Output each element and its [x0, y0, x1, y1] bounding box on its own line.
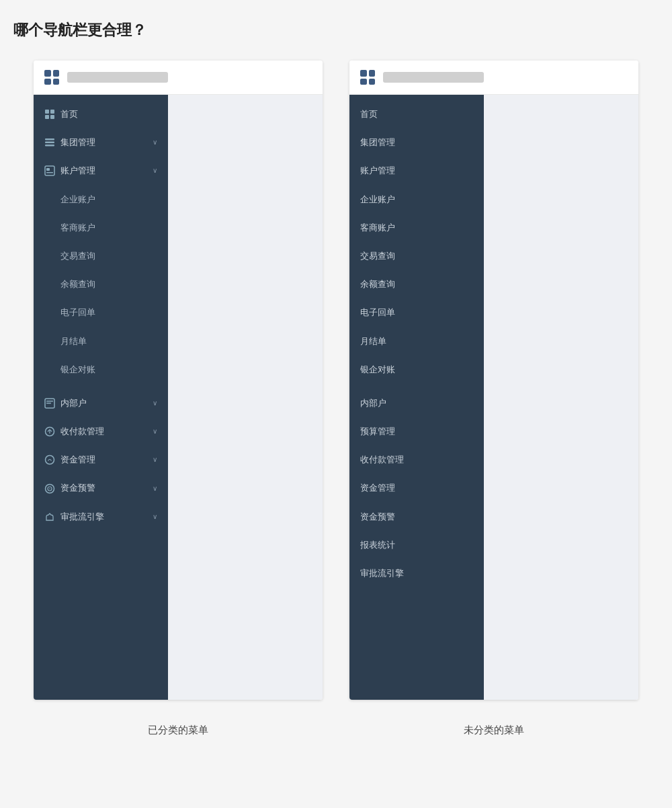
svg-rect-5 [45, 142, 54, 144]
right-payment-label: 收付款管理 [360, 454, 404, 466]
right-panel-body: 首页 集团管理 账户管理 企业账户 客商账户 交易查询 余额查询 [349, 95, 638, 700]
left-menu-client[interactable]: 客商账户 [34, 214, 168, 242]
right-menu-fund[interactable]: 资金管理 [349, 474, 484, 502]
right-menu-reconcile[interactable]: 银企对账 [349, 356, 484, 384]
right-menu-home[interactable]: 首页 [349, 100, 484, 128]
svg-rect-0 [45, 110, 49, 114]
left-header-bar [67, 72, 168, 83]
right-menu-client[interactable]: 客商账户 [349, 214, 484, 242]
left-menu-enterprise[interactable]: 企业账户 [34, 186, 168, 214]
right-main-content [484, 95, 638, 700]
account-icon [44, 165, 55, 176]
right-fund-label: 资金管理 [360, 482, 395, 494]
left-menu-alert[interactable]: 资金预警 ∨ [34, 474, 168, 502]
svg-rect-9 [46, 172, 53, 173]
right-group-label: 集团管理 [360, 136, 395, 149]
right-enterprise-label: 企业账户 [360, 194, 395, 206]
group-icon [44, 137, 55, 148]
left-panel-label-container: 已分类的菜单 [34, 713, 323, 737]
right-menu-payment[interactable]: 收付款管理 [349, 446, 484, 474]
left-menu-group[interactable]: 集团管理 ∨ [34, 128, 168, 157]
right-balance-label: 余额查询 [360, 278, 395, 290]
right-ereceipt-label: 电子回单 [360, 307, 395, 319]
right-menu-alert[interactable]: 资金预警 [349, 503, 484, 531]
right-monthly-label: 月结单 [360, 335, 386, 348]
approval-icon [44, 512, 55, 522]
fund-icon [44, 454, 55, 465]
monthly-label: 月结单 [60, 335, 87, 348]
right-menu-balance[interactable]: 余额查询 [349, 270, 484, 298]
right-header-bar [383, 72, 484, 83]
left-group-label: 集团管理 [60, 136, 95, 149]
left-home-label: 首页 [60, 108, 78, 120]
right-menu-approval[interactable]: 审批流引擎 [349, 559, 484, 588]
right-panel-header [349, 60, 638, 95]
right-divider1 [349, 384, 484, 389]
left-panel-header [34, 60, 323, 95]
left-account-label: 账户管理 [60, 165, 95, 177]
left-fund-label: 资金管理 [60, 454, 95, 466]
left-payment-label: 收付款管理 [60, 426, 104, 438]
left-main-content [168, 95, 323, 700]
left-menu-balance[interactable]: 余额查询 [34, 270, 168, 298]
right-report-label: 报表统计 [360, 539, 395, 551]
left-menu-ereceipt[interactable]: 电子回单 [34, 298, 168, 327]
right-menu-account[interactable]: 账户管理 [349, 157, 484, 185]
left-divider1 [34, 384, 168, 389]
left-menu-inner[interactable]: 内部户 ∨ [34, 389, 168, 417]
svg-rect-8 [46, 168, 50, 171]
right-transaction-label: 交易查询 [360, 250, 395, 262]
alert-chevron: ∨ [153, 484, 157, 493]
right-menu-inner[interactable]: 内部户 [349, 389, 484, 417]
left-menu-account[interactable]: 账户管理 ∨ [34, 157, 168, 185]
right-menu-budget[interactable]: 预算管理 [349, 417, 484, 446]
right-menu-report[interactable]: 报表统计 [349, 531, 484, 559]
fund-chevron: ∨ [153, 455, 157, 464]
right-client-label: 客商账户 [360, 222, 395, 234]
left-menu-home[interactable]: 首页 [34, 100, 168, 128]
right-reconcile-label: 银企对账 [360, 364, 395, 376]
left-alert-label: 资金预警 [60, 482, 95, 494]
left-menu-transaction[interactable]: 交易查询 [34, 242, 168, 270]
right-panel-label: 未分类的菜单 [349, 724, 638, 737]
left-logo-icon [44, 70, 59, 85]
account-chevron: ∨ [153, 166, 157, 175]
svg-rect-3 [50, 115, 54, 119]
left-sidebar: 首页 集团管理 ∨ [34, 95, 168, 700]
right-home-label: 首页 [360, 108, 378, 120]
right-menu-monthly[interactable]: 月结单 [349, 327, 484, 356]
svg-rect-12 [46, 403, 51, 404]
group-chevron: ∨ [153, 138, 157, 147]
inner-chevron: ∨ [153, 399, 157, 408]
balance-label: 余额查询 [60, 278, 95, 290]
right-menu-enterprise[interactable]: 企业账户 [349, 186, 484, 214]
left-menu-reconcile[interactable]: 银企对账 [34, 356, 168, 384]
reconcile-label: 银企对账 [60, 364, 95, 376]
svg-rect-1 [50, 110, 54, 114]
left-menu-payment[interactable]: 收付款管理 ∨ [34, 417, 168, 446]
page-title: 哪个导航栏更合理？ [13, 20, 659, 40]
inner-icon [44, 398, 55, 409]
approval-chevron: ∨ [153, 512, 157, 522]
payment-chevron: ∨ [153, 427, 157, 436]
left-menu-approval[interactable]: 审批流引擎 ∨ [34, 503, 168, 531]
left-panel: 首页 集团管理 ∨ [34, 60, 323, 700]
comparison-container: 首页 集团管理 ∨ [13, 60, 659, 700]
svg-point-17 [49, 488, 50, 489]
right-menu-transaction[interactable]: 交易查询 [349, 242, 484, 270]
svg-rect-4 [45, 138, 54, 140]
left-panel-label: 已分类的菜单 [34, 724, 323, 737]
transaction-label: 交易查询 [60, 250, 95, 262]
right-alert-label: 资金预警 [360, 511, 395, 523]
left-menu-monthly[interactable]: 月结单 [34, 327, 168, 356]
right-menu-group[interactable]: 集团管理 [349, 128, 484, 157]
right-inner-label: 内部户 [360, 397, 386, 409]
ereceipt-label: 电子回单 [60, 307, 95, 319]
right-menu-ereceipt[interactable]: 电子回单 [349, 298, 484, 327]
svg-point-14 [46, 456, 54, 464]
svg-rect-2 [45, 115, 49, 119]
left-menu-fund[interactable]: 资金管理 ∨ [34, 446, 168, 474]
right-approval-label: 审批流引擎 [360, 567, 404, 579]
right-sidebar: 首页 集团管理 账户管理 企业账户 客商账户 交易查询 余额查询 [349, 95, 484, 700]
alert-icon [44, 483, 55, 494]
